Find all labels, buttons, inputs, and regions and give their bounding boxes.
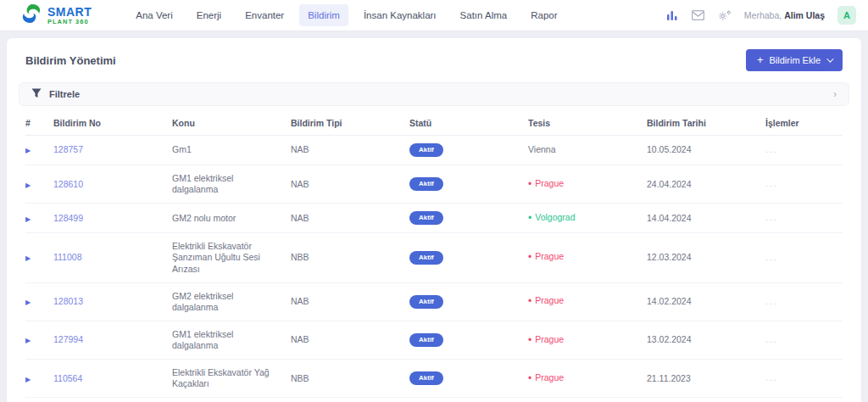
row-tarih: 12.03.2024 bbox=[647, 252, 765, 263]
col-header-islemler: İşlemler bbox=[765, 118, 843, 128]
row-tesis: Prague bbox=[528, 334, 647, 347]
row-tarih: 13.02.2024 bbox=[647, 334, 765, 345]
row-konu: GM2 elektriksel dalgalanma bbox=[172, 291, 284, 313]
chevron-down-icon bbox=[826, 55, 833, 62]
mail-icon[interactable] bbox=[692, 8, 705, 22]
row-tesis: Volgograd bbox=[528, 212, 647, 225]
row-konu: GM1 elektriksel dalgalanma bbox=[172, 173, 284, 195]
row-expand-icon[interactable]: ▶ bbox=[25, 299, 31, 306]
main-nav: Ana Veri Enerji Envanter Bildirim İnsan … bbox=[127, 4, 565, 26]
status-badge: Aktif bbox=[409, 177, 443, 191]
row-actions-menu[interactable]: ... bbox=[765, 373, 843, 384]
nav-item-satin-alma[interactable]: Satın Alma bbox=[452, 4, 516, 26]
row-konu: Elektrikli Ekskavatör Şanzıman Uğultu Se… bbox=[172, 241, 284, 274]
filter-funnel-icon bbox=[31, 87, 42, 102]
row-expand-icon[interactable]: ▶ bbox=[25, 147, 31, 154]
row-tarih: 24.04.2024 bbox=[647, 179, 765, 190]
row-no[interactable]: 127994 bbox=[53, 334, 172, 345]
logo-line1: SMART bbox=[47, 6, 92, 18]
table-header-row: # Bildirim No Konu Bildirim Tipi Statü T… bbox=[25, 111, 843, 136]
user-greeting: Merhaba, Alim Ulaş bbox=[744, 10, 825, 20]
row-tesis: Prague bbox=[528, 178, 647, 191]
row-actions-menu[interactable]: ... bbox=[765, 253, 843, 264]
row-tipi: NAB bbox=[291, 213, 409, 224]
table-row: ▶ 128757 Gm1 NAB Aktif Vienna 10.05.2024… bbox=[25, 136, 843, 165]
row-tarih: 21.11.2023 bbox=[647, 373, 765, 384]
table-row: ▶ 111008 Elektrikli Ekskavatör Şanzıman … bbox=[25, 233, 843, 282]
add-notification-button[interactable]: + Bildirim Ekle bbox=[746, 49, 843, 71]
row-tesis: Vienna bbox=[528, 144, 647, 155]
filter-expand-icon[interactable]: › bbox=[833, 88, 837, 100]
table-row: ▶ 128499 GM2 nolu motor NAB Aktif Volgog… bbox=[25, 204, 843, 233]
navbar-right: Merhaba, Alim Ulaş A bbox=[665, 6, 856, 25]
row-tipi: NAB bbox=[291, 179, 409, 190]
row-expand-icon[interactable]: ▶ bbox=[25, 254, 31, 262]
row-actions-menu[interactable]: ... bbox=[765, 335, 843, 346]
table-row: ▶ 128610 GM1 elektriksel dalgalanma NAB … bbox=[25, 165, 843, 204]
table-row: ▶ 128013 GM2 elektriksel dalgalanma NAB … bbox=[25, 283, 843, 321]
row-actions-menu[interactable]: ... bbox=[765, 297, 843, 308]
row-tesis: Prague bbox=[528, 251, 647, 264]
card-header: Bildirim Yönetimi + Bildirim Ekle bbox=[7, 38, 861, 81]
row-actions-menu[interactable]: ... bbox=[765, 213, 843, 224]
top-navbar: SMART PLANT 360 Ana Veri Enerji Envanter… bbox=[0, 0, 868, 31]
nav-item-rapor[interactable]: Rapor bbox=[522, 4, 565, 26]
logo-swirl-icon bbox=[20, 3, 42, 28]
row-tipi: NAB bbox=[291, 144, 409, 155]
nav-item-envanter[interactable]: Envanter bbox=[236, 4, 292, 26]
row-actions-menu[interactable]: ... bbox=[765, 145, 843, 156]
row-tarih: 10.05.2024 bbox=[647, 144, 765, 155]
row-no[interactable]: 110564 bbox=[53, 373, 172, 384]
row-no[interactable]: 128757 bbox=[53, 144, 172, 155]
app-logo[interactable]: SMART PLANT 360 bbox=[20, 3, 92, 28]
add-notification-label: Bildirim Ekle bbox=[769, 55, 821, 65]
logo-text: SMART PLANT 360 bbox=[47, 6, 92, 25]
logo-line2: PLANT 360 bbox=[47, 19, 92, 25]
nav-item-enerji[interactable]: Enerji bbox=[188, 4, 230, 26]
row-tesis: Prague bbox=[528, 372, 647, 385]
status-badge: Aktif bbox=[409, 371, 443, 385]
table-row: ▶ 110564 Elektrikli Ekskavatör Yağ Kaçak… bbox=[25, 360, 843, 398]
row-tipi: NBB bbox=[291, 373, 409, 384]
row-expand-icon[interactable]: ▶ bbox=[25, 376, 31, 383]
filter-bar[interactable]: Filtrele › bbox=[19, 82, 849, 106]
status-badge: Aktif bbox=[409, 295, 443, 309]
nav-item-ana-veri[interactable]: Ana Veri bbox=[127, 4, 181, 26]
table-row: ▶ 127057 GM1 nolu motor NAB Aktif Volgog… bbox=[25, 398, 843, 402]
row-tarih: 14.04.2024 bbox=[647, 213, 765, 224]
plus-icon: + bbox=[757, 56, 764, 64]
greeting-text: Merhaba, bbox=[744, 10, 782, 20]
table-body: ▶ 128757 Gm1 NAB Aktif Vienna 10.05.2024… bbox=[25, 136, 843, 402]
table-row: ▶ 127994 GM1 elektriksel dalgalanma NAB … bbox=[25, 321, 843, 360]
notifications-card: Bildirim Yönetimi + Bildirim Ekle Filtre… bbox=[7, 38, 861, 402]
settings-icon[interactable] bbox=[718, 8, 732, 22]
row-tesis: Prague bbox=[528, 295, 647, 308]
nav-item-bildirim[interactable]: Bildirim bbox=[299, 4, 348, 26]
row-no[interactable]: 128013 bbox=[53, 296, 172, 307]
row-actions-menu[interactable]: ... bbox=[765, 179, 843, 190]
row-expand-icon[interactable]: ▶ bbox=[25, 181, 31, 189]
col-header-bildirim-no: Bildirim No bbox=[53, 118, 172, 128]
col-header-konu: Konu bbox=[172, 118, 291, 128]
row-no[interactable]: 111008 bbox=[53, 252, 172, 263]
row-expand-icon[interactable]: ▶ bbox=[25, 337, 31, 344]
row-konu: GM1 elektriksel dalgalanma bbox=[172, 329, 284, 351]
col-header-tesis: Tesis bbox=[528, 118, 647, 128]
avatar[interactable]: A bbox=[837, 6, 856, 25]
page-title: Bildirim Yönetimi bbox=[25, 54, 116, 67]
row-expand-icon[interactable]: ▶ bbox=[25, 215, 31, 223]
bar-chart-icon[interactable] bbox=[665, 8, 679, 22]
row-tipi: NAB bbox=[291, 296, 409, 307]
filter-label: Filtrele bbox=[49, 89, 80, 99]
row-no[interactable]: 128499 bbox=[53, 213, 172, 224]
row-no[interactable]: 128610 bbox=[53, 179, 172, 190]
row-tipi: NBB bbox=[291, 252, 409, 263]
col-header-bildirim-tipi: Bildirim Tipi bbox=[291, 118, 409, 128]
col-header-statu: Statü bbox=[409, 118, 528, 128]
row-konu: Gm1 bbox=[172, 144, 284, 155]
row-tarih: 14.02.2024 bbox=[647, 296, 765, 307]
nav-item-insan-kaynaklari[interactable]: İnsan Kaynakları bbox=[355, 4, 445, 26]
notifications-table: # Bildirim No Konu Bildirim Tipi Statü T… bbox=[7, 111, 861, 402]
col-header-index: # bbox=[25, 118, 53, 128]
row-tipi: NAB bbox=[291, 334, 409, 345]
